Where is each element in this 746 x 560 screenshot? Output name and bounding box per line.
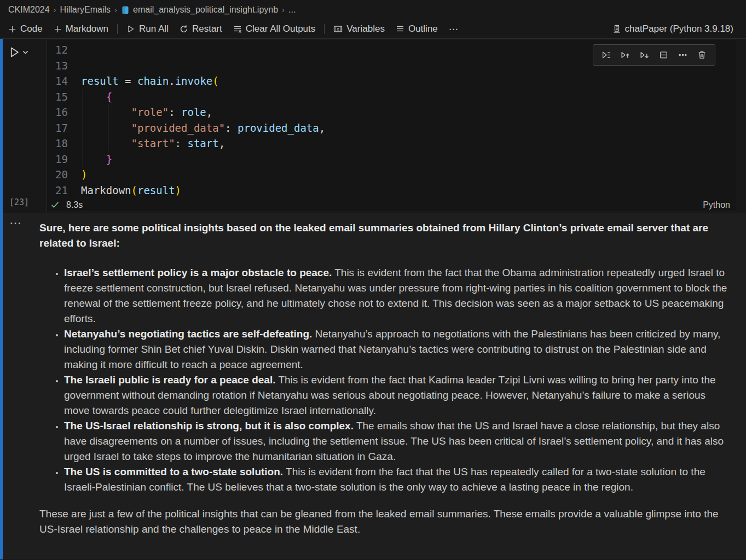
indent-guide [83, 89, 83, 105]
run-all-icon [126, 25, 135, 33]
restart-icon [180, 25, 188, 33]
code-text: Markdown(result) [81, 184, 181, 196]
variables-button[interactable]: (x) Variables [328, 21, 390, 37]
chevron-right-icon: › [114, 5, 117, 14]
insight-lead: Netanyahu’s negotiating tactics are self… [64, 328, 312, 340]
code-line[interactable]: 15 { [47, 89, 737, 105]
code-line[interactable]: 19 } [47, 151, 737, 167]
line-number: 16 [47, 106, 68, 118]
run-cell-button[interactable] [8, 46, 28, 59]
run-cell-icon [8, 46, 21, 59]
notebook-file-icon [121, 5, 130, 15]
cell-toolbar [593, 44, 715, 66]
kernel-picker-button[interactable]: chatPaper (Python 3.9.18) [608, 21, 738, 37]
svg-text:(x): (x) [334, 27, 342, 32]
split-cell-button[interactable] [655, 48, 672, 62]
breadcrumb-folder[interactable]: HillaryEmails [60, 5, 111, 15]
notebook-toolbar: Code Markdown Run All Restart [0, 20, 746, 39]
vscode-notebook-window: { "breadcrumb": { "crumbs": ["CKIM2024",… [0, 0, 746, 560]
add-markdown-cell-button[interactable]: Markdown [49, 21, 113, 37]
restart-button[interactable]: Restart [175, 21, 227, 37]
insight-lead: The Israeli public is ready for a peace … [64, 374, 276, 386]
breadcrumb: CKIM2024 › HillaryEmails › email_analysi… [0, 0, 746, 20]
run-all-button[interactable]: Run All [122, 21, 174, 37]
outline-icon [396, 25, 404, 33]
clear-all-outputs-label: Clear All Outputs [246, 24, 316, 34]
code-line[interactable]: 17 "provided_data": provided_data, [47, 120, 737, 136]
success-check-icon [50, 200, 60, 209]
code-line[interactable]: 18 "start": start, [47, 136, 737, 151]
chevron-right-icon: › [54, 5, 56, 14]
chevron-right-icon: › [282, 5, 285, 14]
code-text: result = chain.invoke( [81, 75, 219, 87]
execution-duration: 8.3s [66, 200, 83, 210]
delete-cell-button[interactable] [693, 48, 710, 62]
clear-all-outputs-icon [233, 25, 242, 33]
add-markdown-cell-label: Markdown [66, 24, 108, 34]
insight-item: The Israeli public is ready for a peace … [64, 372, 728, 418]
line-number: 20 [47, 168, 68, 180]
plus-icon [8, 25, 16, 33]
code-line[interactable]: 21Markdown(result) [47, 183, 737, 199]
breadcrumb-more[interactable]: ... [288, 5, 296, 15]
more-actions-icon [678, 50, 687, 60]
add-code-cell-button[interactable]: Code [3, 21, 48, 37]
insight-item: Netanyahu’s negotiating tactics are self… [64, 326, 728, 372]
toolbar-more-button[interactable]: ⋯ [444, 21, 463, 37]
outline-label: Outline [408, 24, 438, 34]
line-number: 13 [47, 60, 68, 72]
play-with-lines-icon [602, 50, 611, 60]
outline-button[interactable]: Outline [391, 21, 443, 37]
line-number: 17 [47, 122, 68, 134]
run-all-label: Run All [139, 24, 169, 34]
insight-lead: The US is committed to a two-state solut… [64, 466, 283, 477]
clear-all-outputs-button[interactable]: Clear All Outputs [228, 21, 321, 37]
indent-guide [83, 151, 83, 167]
play-arrow-up-icon [621, 50, 630, 60]
code-line[interactable]: 16 "role": role, [47, 104, 737, 120]
line-number: 14 [47, 75, 68, 87]
code-line[interactable]: 20) [47, 167, 737, 183]
collapse-output-button[interactable]: ⋯ [9, 217, 22, 229]
indent-guide [83, 120, 83, 136]
add-code-cell-label: Code [20, 24, 43, 34]
output-closing: These are just a few of the political in… [39, 506, 728, 537]
insight-lead: The US-Israel relationship is strong, bu… [64, 420, 354, 431]
play-arrow-down-icon [640, 50, 649, 60]
cell-language-picker[interactable]: Python [703, 200, 730, 210]
line-number: 18 [47, 137, 68, 149]
indent-guide [108, 104, 108, 120]
breadcrumb-file-label: email_analysis_political_insight.ipynb [133, 5, 278, 15]
cell-focus-bar [0, 39, 3, 559]
line-number: 19 [47, 153, 68, 165]
line-number: 21 [47, 184, 68, 196]
variables-label: Variables [346, 24, 385, 34]
cell-output: ⋯ Sure, here are some political insights… [0, 213, 746, 559]
execute-cell-and-below-arrow-button[interactable] [636, 48, 653, 62]
toolbar-divider [324, 24, 325, 34]
plus-icon [54, 25, 62, 33]
execute-cell-and-below-button[interactable] [598, 48, 615, 62]
code-text: { [81, 91, 112, 103]
code-cell: [23] 121314result = chain.invoke(15 {16 … [0, 39, 746, 213]
kernel-icon [612, 25, 621, 33]
insight-list: Israel’s settlement policy is a major ob… [39, 265, 728, 495]
indent-guide [83, 136, 83, 151]
notebook-body: [23] 121314result = chain.invoke(15 {16 … [0, 39, 746, 559]
breadcrumb-file[interactable]: email_analysis_political_insight.ipynb [121, 5, 278, 15]
more-actions-button[interactable] [674, 48, 691, 62]
breadcrumb-folder[interactable]: CKIM2024 [8, 5, 50, 15]
line-number: 15 [47, 91, 68, 103]
indent-guide [108, 120, 108, 136]
chevron-down-icon [22, 49, 28, 55]
code-text: "role": role, [81, 106, 212, 118]
code-line[interactable]: 14result = chain.invoke( [47, 73, 737, 89]
restart-label: Restart [192, 24, 222, 34]
code-text: "provided_data": provided_data, [81, 122, 325, 134]
kernel-label: chatPaper (Python 3.9.18) [625, 24, 733, 34]
insight-item: Israel’s settlement policy is a major ob… [64, 265, 728, 326]
execute-above-cells-button[interactable] [617, 48, 634, 62]
insight-item: The US-Israel relationship is strong, bu… [64, 418, 728, 464]
trash-icon [697, 50, 707, 60]
line-number: 12 [47, 44, 68, 56]
